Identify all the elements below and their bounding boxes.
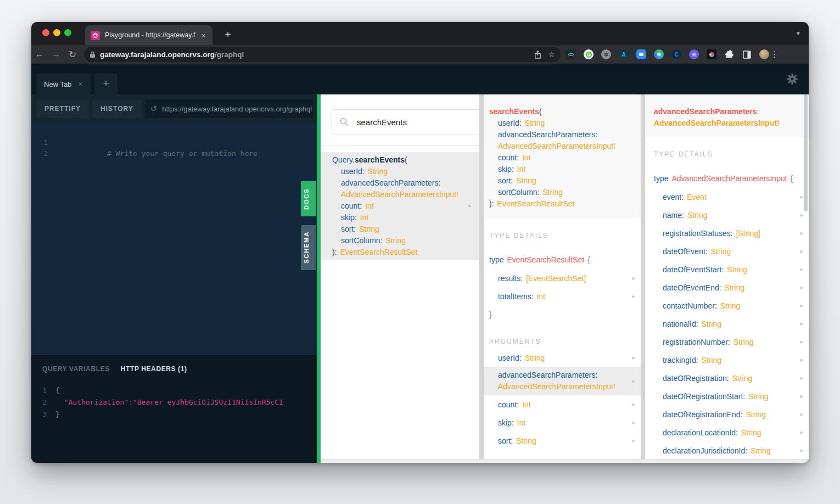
expand-arrow-icon: ▸ (800, 193, 803, 200)
browser-menu-kebab-icon[interactable]: ⋮ (770, 49, 779, 59)
http-headers-editor[interactable]: { "Authorization":"Bearer eyJhbGciOiJSUz… (55, 384, 317, 421)
docs-column-resizer[interactable] (479, 94, 484, 463)
bookmark-star-icon[interactable]: ☆ (548, 50, 555, 59)
expand-arrow-icon: ▸ (800, 302, 803, 309)
editor-code[interactable]: # Write your query or mutation here (55, 137, 257, 170)
expand-arrow-icon: ▸ (800, 320, 803, 327)
playground-main: PRETTIFY HISTORY ↺ https://gateway.faraj… (31, 94, 809, 463)
playground-add-tab-button[interactable]: + (94, 74, 117, 94)
history-button[interactable]: HISTORY (92, 99, 142, 118)
type-details-section-header: TYPE DETAILS (645, 150, 809, 158)
docs-vertical-scrollbar[interactable] (804, 94, 808, 211)
doc-field-row[interactable]: declarationJurisdictionId:String▸ (645, 441, 809, 460)
docs-search-area: searchEvents (321, 94, 479, 145)
extension-icon-star-dark[interactable] (707, 49, 716, 59)
docs-pane-resizer[interactable] (317, 94, 321, 463)
editor-toolbar: PRETTIFY HISTORY ↺ https://gateway.faraj… (31, 94, 317, 123)
type-fields: event:Event▸ name:String▸ registrationSt… (645, 188, 809, 460)
profile-avatar[interactable] (759, 49, 769, 59)
doc-field-row[interactable]: nationalId:String▸ (645, 315, 809, 333)
expand-arrow-icon: ▸ (800, 374, 803, 382)
doc-field-row[interactable]: name:String▸ (645, 206, 809, 224)
window-minimize-button[interactable] (53, 29, 60, 36)
extensions-puzzle-icon[interactable] (724, 49, 734, 59)
arguments-list: userId:String▸ advancedSearchParameters:… (484, 349, 641, 450)
doc-field-row[interactable]: totalItems:Int▸ (484, 287, 641, 305)
reload-button[interactable]: ↻ (64, 49, 81, 60)
doc-field-row[interactable]: dateOfRegistration:String▸ (645, 369, 809, 387)
type-declaration: typeEventSearchResultSet{ (484, 254, 641, 266)
doc-field-row[interactable]: registrationNumber:String▸ (645, 333, 809, 351)
tab-search-chevron-icon[interactable]: ▾ (796, 29, 800, 37)
doc-field-row[interactable]: registrationStatuses:[String]▸ (645, 224, 809, 242)
field-signature-header: searchEvents( userId:String advancedSear… (484, 94, 641, 217)
doc-field-row[interactable]: dateOfRegistrationStart:String▸ (645, 387, 809, 405)
doc-field-row[interactable]: trackingId:String▸ (645, 351, 809, 369)
doc-argument-row[interactable]: userId:String▸ (484, 349, 641, 367)
editor-line-numbers: 1 2 (31, 137, 48, 159)
forward-button[interactable]: → (48, 49, 64, 60)
docs-column-resizer[interactable] (641, 94, 645, 463)
doc-field-row[interactable]: dateOfEventStart:String▸ (645, 260, 809, 278)
expand-arrow-icon: ▸ (800, 393, 803, 400)
type-fields: results:[EventSearchSet]▸ totalItems:Int… (484, 269, 641, 305)
docs-search-input[interactable]: searchEvents (332, 109, 478, 135)
doc-field-row[interactable]: declarationLocationId:String▸ (645, 423, 809, 441)
extension-icon-react-devtools[interactable] (566, 49, 576, 59)
extension-icon-asterisk-purple[interactable]: ✳ (689, 49, 699, 59)
window-close-button[interactable] (42, 29, 49, 36)
browser-window: Playground - https://gateway.fa × + ▾ ← … (31, 22, 809, 463)
docs-horizontal-scrollbar[interactable] (321, 459, 809, 463)
editor-comment-line: # Write your query or mutation here (107, 149, 257, 158)
doc-field-row[interactable]: results:[EventSearchSet]▸ (484, 269, 641, 287)
extensions-row: ✱ A ✳ C ✳ (566, 49, 769, 59)
arguments-section-header: ARGUMENTS (484, 338, 641, 345)
endpoint-reload-icon[interactable]: ↺ (150, 104, 158, 114)
extension-icon-green-rings[interactable] (584, 49, 593, 59)
docs-side-tab[interactable]: DOCS (301, 181, 316, 216)
extension-icon-letter-c-blue[interactable]: C (671, 49, 681, 59)
url-text: gateway.farajaland.opencrvs.org/graphql (100, 51, 528, 59)
desktop-background: Playground - https://gateway.fa × + ▾ ← … (0, 0, 840, 504)
docs-field-column: searchEvents( userId:String advancedSear… (484, 94, 641, 463)
address-bar[interactable]: gateway.farajaland.opencrvs.org/graphql … (84, 47, 561, 62)
docs-search-value: searchEvents (357, 117, 407, 127)
expand-arrow-icon: ▸ (800, 266, 803, 273)
settings-gear-icon[interactable] (786, 72, 799, 86)
playground-tab-close-icon[interactable]: × (78, 80, 82, 88)
new-tab-button[interactable]: + (220, 27, 236, 43)
prettify-button[interactable]: PRETTIFY (36, 99, 89, 118)
share-icon[interactable] (534, 51, 541, 59)
expand-arrow-icon: ▸ (800, 429, 803, 436)
tab-close-icon[interactable]: × (200, 31, 207, 40)
extension-icon-gear[interactable]: ✱ (601, 49, 611, 59)
doc-argument-row-selected[interactable]: advancedSearchParameters: AdvancedSearch… (484, 367, 641, 395)
expand-arrow-icon: ▸ (800, 248, 803, 255)
doc-argument-row[interactable]: count:Int▸ (484, 395, 641, 413)
query-variables-tab[interactable]: QUERY VARIABLES (42, 365, 110, 373)
browser-tab[interactable]: Playground - https://gateway.fa × (85, 25, 212, 45)
expand-arrow-icon: ▸ (800, 338, 803, 345)
selected-argument-header: advancedSearchParameters: AdvancedSearch… (645, 94, 809, 137)
doc-field-row[interactable]: dateOfEvent:String▸ (645, 242, 809, 260)
schema-side-tab[interactable]: SCHEMA (301, 225, 316, 270)
http-headers-tab[interactable]: HTTP HEADERS (1) (121, 365, 187, 373)
doc-argument-row[interactable]: sort:String▸ (484, 432, 641, 450)
extension-icon-asterisk-multicolor[interactable]: ✳ (654, 49, 664, 59)
endpoint-url-field[interactable]: ↺ https://gateway.farajaland.opencrvs.or… (145, 99, 313, 118)
doc-field-row[interactable]: contactNumber:String▸ (645, 296, 809, 315)
variables-line-numbers: 1 2 3 (31, 384, 47, 421)
query-editor[interactable]: 1 2 # Write your query or mutation here … (31, 123, 317, 355)
extension-icon-letter-a[interactable]: A (619, 49, 629, 59)
search-icon (340, 117, 349, 126)
playground-tab-newtab[interactable]: New Tab × (36, 74, 91, 94)
side-panel-icon[interactable] (742, 49, 752, 59)
doc-field-row[interactable]: dateOfEventEnd:String▸ (645, 278, 809, 296)
extension-icon-zoom-video[interactable] (636, 49, 646, 59)
doc-argument-row[interactable]: skip:Int▸ (484, 413, 641, 432)
doc-field-row[interactable]: event:Event▸ (645, 188, 809, 206)
doc-field-row[interactable]: dateOfRegistrationEnd:String▸ (645, 405, 809, 423)
back-button[interactable]: ← (31, 49, 48, 60)
window-zoom-button[interactable] (64, 29, 71, 36)
search-result-item[interactable]: Query.searchEvents( userId:String advanc… (321, 152, 479, 260)
